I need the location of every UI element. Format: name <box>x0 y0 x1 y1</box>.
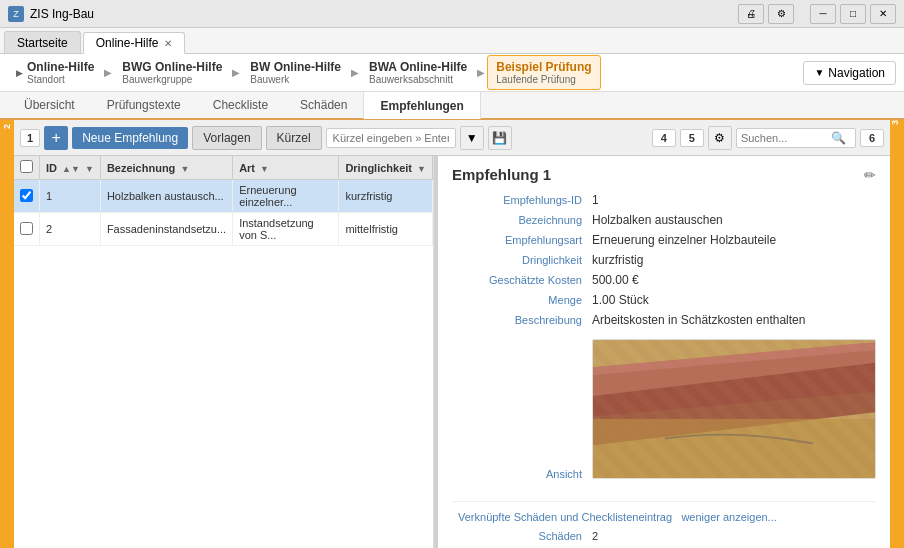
detail-header: Empfehlung 1 ✏ <box>452 166 876 183</box>
gear-icon: ⚙ <box>714 131 725 145</box>
tab-schaeden[interactable]: Schäden <box>284 91 363 119</box>
breadcrumb-bwa[interactable]: BWA Online-Hilfe Bauwerksabschnitt <box>361 56 475 89</box>
bc-sub-1: Standort <box>27 74 94 85</box>
field-kosten: Geschätzte Kosten 500.00 € <box>452 273 876 287</box>
titlebar: Z ZIS Ing-Bau 🖨 ⚙ ─ □ ✕ <box>0 0 904 28</box>
value-empfehlungs-id: 1 <box>592 193 599 207</box>
tab-pruefungstexte-label: Prüfungstexte <box>107 98 181 112</box>
empfehlungen-table: ID ▲▼ ▼ Bezeichnung ▼ Art ▼ <box>14 156 433 246</box>
label-kosten: Geschätzte Kosten <box>452 274 592 286</box>
linked-title: Verknüpfte Schäden und Checklisteneintra… <box>452 510 876 524</box>
search-box[interactable]: 🔍 <box>736 128 856 148</box>
minimize-button[interactable]: ─ <box>810 4 836 24</box>
add-button[interactable]: + <box>44 126 68 150</box>
save-button[interactable]: 💾 <box>488 126 512 150</box>
navigation-button[interactable]: ▼ Navigation <box>803 61 896 85</box>
col-header-id[interactable]: ID ▲▼ ▼ <box>40 156 101 180</box>
field-beschreibung: Beschreibung Arbeitskosten in Schätzkost… <box>452 313 876 327</box>
label-beschreibung: Beschreibung <box>452 314 592 326</box>
search-input[interactable] <box>741 132 831 144</box>
row-2-art: Instandsetzung von S... <box>233 213 339 246</box>
field-empfehlungs-id: Empfehlungs-ID 1 <box>452 193 876 207</box>
table-row[interactable]: 2 Fassadeninstandsetzu... Instandsetzung… <box>14 213 433 246</box>
col-id-label: ID <box>46 162 57 174</box>
col-header-dringlichkeit[interactable]: Dringlichkeit ▼ <box>339 156 433 180</box>
breadcrumb-online-hilfe[interactable]: ▶ Online-Hilfe Standort <box>8 56 102 89</box>
bc-arrow-4: ▶ <box>477 67 485 78</box>
linked-section: Verknüpfte Schäden und Checklisteneintra… <box>452 501 876 548</box>
label-menge: Menge <box>452 294 592 306</box>
tab-empfehlungen[interactable]: Empfehlungen <box>363 91 480 119</box>
tab-online-hilfe[interactable]: Online-Hilfe ✕ <box>83 32 186 54</box>
vorlagen-button[interactable]: Vorlagen <box>192 126 261 150</box>
row-1-art: Erneuerung einzelner... <box>233 180 339 213</box>
toolbar-label-1: 1 <box>20 129 40 147</box>
content-area: ID ▲▼ ▼ Bezeichnung ▼ Art ▼ <box>14 156 890 548</box>
maximize-button[interactable]: □ <box>840 4 866 24</box>
edit-icon[interactable]: ✏ <box>864 167 876 183</box>
col-header-art[interactable]: Art ▼ <box>233 156 339 180</box>
detail-settings-button[interactable]: ⚙ <box>708 126 732 150</box>
label-bezeichnung: Bezeichnung <box>452 214 592 226</box>
label-dringlichkeit: Dringlichkeit <box>452 254 592 266</box>
ansicht-image <box>592 339 876 479</box>
sidebar-right: 3 <box>890 120 904 548</box>
tab-schaeden-label: Schäden <box>300 98 347 112</box>
main-wrapper: 2 1 + Neue Empfehlung Vorlagen Kürzel ▼ … <box>0 120 904 548</box>
linked-title-text: Verknüpfte Schäden und Checklisteneintra… <box>458 511 672 523</box>
row-2-id: 2 <box>40 213 101 246</box>
value-bezeichnung: Holzbalken austauschen <box>592 213 723 227</box>
filter-icon: ▼ <box>814 67 824 78</box>
row-2-dringlichkeit: mittelfristig <box>339 213 433 246</box>
field-dringlichkeit: Dringlichkeit kurzfristig <box>452 253 876 267</box>
table-row[interactable]: 1 Holzbalken austausch... Erneuerung ein… <box>14 180 433 213</box>
col-header-check <box>14 156 40 180</box>
filter-icon-2: ▼ <box>180 164 189 174</box>
value-beschreibung: Arbeitskosten in Schätzkosten enthalten <box>592 313 805 327</box>
toolbar-label-6: 6 <box>860 129 884 147</box>
value-kosten: 500.00 € <box>592 273 639 287</box>
tab-checkliste-label: Checkliste <box>213 98 268 112</box>
bc-sub-5: Laufende Prüfung <box>496 74 591 85</box>
row-1-check[interactable] <box>14 180 40 213</box>
breadcrumb-bar: ▶ Online-Hilfe Standort ▶ BWG Online-Hil… <box>0 54 904 92</box>
bc-sub-3: Bauwerk <box>250 74 341 85</box>
tab-startseite-label: Startseite <box>17 36 68 50</box>
tab-online-hilfe-label: Online-Hilfe <box>96 36 159 50</box>
navigation-label: Navigation <box>828 66 885 80</box>
linked-less-link[interactable]: weniger anzeigen... <box>681 511 776 523</box>
filter-button[interactable]: ▼ <box>460 126 484 150</box>
sidebar-left-num: 2 <box>2 124 12 129</box>
app-title: ZIS Ing-Bau <box>30 7 94 21</box>
field-menge: Menge 1.00 Stück <box>452 293 876 307</box>
breadcrumb-bw[interactable]: BW Online-Hilfe Bauwerk <box>242 56 349 89</box>
label-empfehlungsart: Empfehlungsart <box>452 234 592 246</box>
tab-startseite[interactable]: Startseite <box>4 31 81 53</box>
tab-uebersicht-label: Übersicht <box>24 98 75 112</box>
col-header-bezeichnung[interactable]: Bezeichnung ▼ <box>100 156 232 180</box>
row-1-dringlichkeit: kurzfristig <box>339 180 433 213</box>
breadcrumb-example[interactable]: Beispiel Prüfung Laufende Prüfung <box>487 55 600 90</box>
tab-checkliste[interactable]: Checkliste <box>197 91 284 119</box>
filter-icon: ▼ <box>85 164 94 174</box>
print-button[interactable]: 🖨 <box>738 4 764 24</box>
breadcrumb-bwg[interactable]: BWG Online-Hilfe Bauwerkgruppe <box>114 56 230 89</box>
row-1-bezeichnung: Holzbalken austausch... <box>100 180 232 213</box>
linked-field-schaeden: Schäden 2 <box>452 530 876 542</box>
kuerzel-input[interactable] <box>326 128 456 148</box>
bc-title-1: Online-Hilfe <box>27 60 94 74</box>
value-menge: 1.00 Stück <box>592 293 649 307</box>
tab-pruefungstexte[interactable]: Prüfungstexte <box>91 91 197 119</box>
label-ansicht: Ansicht <box>452 468 592 480</box>
value-schaeden: 2 <box>592 530 598 542</box>
kuerzel-button[interactable]: Kürzel <box>266 126 322 150</box>
close-button[interactable]: ✕ <box>870 4 896 24</box>
bc-title-4: BWA Online-Hilfe <box>369 60 467 74</box>
tab-uebersicht[interactable]: Übersicht <box>8 91 91 119</box>
filter-icon: ▼ <box>466 131 478 145</box>
row-2-check[interactable] <box>14 213 40 246</box>
select-all-checkbox[interactable] <box>20 160 33 173</box>
settings-button[interactable]: ⚙ <box>768 4 794 24</box>
neue-empfehlung-button[interactable]: Neue Empfehlung <box>72 127 188 149</box>
tab-close-icon[interactable]: ✕ <box>164 38 172 49</box>
